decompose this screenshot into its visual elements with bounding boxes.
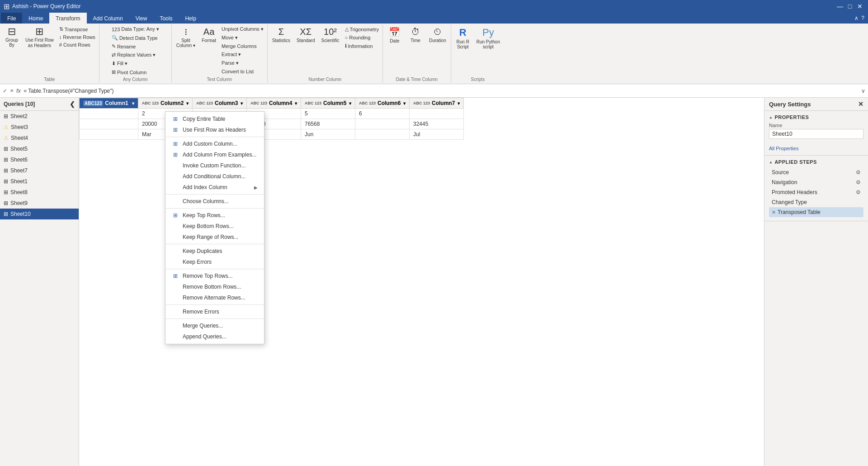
tab-home[interactable]: Home [22,13,49,24]
ctx-add-col-examples[interactable]: ⊞ Add Column From Examples... [165,149,264,160]
unpivot-columns-button[interactable]: Unpivot Columns ▾ [220,25,265,33]
tab-help[interactable]: Help [179,13,203,24]
formula-cancel[interactable]: ✕ [10,88,14,93]
window-controls[interactable]: — □ ✕ [835,2,864,11]
trigonometry-button[interactable]: △ Trigonometry [343,25,381,33]
ctx-remove-alternate-rows[interactable]: Remove Alternate Rows... [165,292,264,303]
detect-data-type-button[interactable]: 🔍 Detect Data Type [110,34,160,42]
col6-filter-icon[interactable]: ▾ [403,101,406,106]
step-promoted-headers[interactable]: Promoted Headers ⚙ [769,187,863,197]
all-properties-link[interactable]: All Properties [769,146,798,151]
col1-filter-icon[interactable]: ▾ [132,101,134,106]
cell-r3c1[interactable] [80,129,138,140]
run-python-button[interactable]: Py Run Pythonscript [474,25,503,51]
duration-button[interactable]: ⏲ Duration [426,25,449,44]
statistics-button[interactable]: Σ Statistics [269,25,293,44]
information-button[interactable]: ℹ Information [343,42,381,50]
count-rows-button[interactable]: # Count Rows [57,41,97,48]
ctx-keep-top-rows[interactable]: ⊞ Keep Top Rows... [165,210,264,221]
move-button[interactable]: Move ▾ [220,34,265,42]
ctx-merge-queries[interactable]: Merge Queries... [165,320,264,331]
sidebar-item-sheet6[interactable]: ⊞ Sheet6 [0,154,79,165]
format-button[interactable]: Aa Format [199,25,219,44]
sidebar-item-sheet9[interactable]: ⊞ Sheet9 [0,198,79,209]
date-button[interactable]: 📅 Date [385,25,405,45]
col-header-5[interactable]: ABC 123 Column5 ▾ [301,98,355,109]
step-source[interactable]: Source ⚙ [769,167,863,177]
sidebar-item-sheet7[interactable]: ⊞ Sheet7 [0,165,79,176]
step-source-gear[interactable]: ⚙ [856,169,861,176]
ctx-add-custom-col[interactable]: ⊞ Add Custom Column... [165,138,264,149]
replace-values-button[interactable]: ⇄ Replace Values ▾ [110,51,157,59]
extract-button[interactable]: Extract ▾ [220,51,265,58]
scientific-button[interactable]: 10² Scientific [319,25,342,44]
sidebar-item-sheet1[interactable]: ⊞ Sheet1 [0,176,79,187]
ctx-add-conditional-col[interactable]: Add Conditional Column... [165,171,264,182]
sidebar-item-sheet3[interactable]: ⚠ Sheet3 [0,122,79,133]
cell-r3c7[interactable]: Jul [410,129,464,140]
convert-to-list-button[interactable]: Convert to List [220,68,265,75]
transpose-button[interactable]: ⇅ Transpose [57,25,97,33]
fill-button[interactable]: ⬇ Fill ▾ [110,60,129,67]
ctx-keep-range-rows[interactable]: Keep Range of Rows... [165,232,264,243]
ctx-remove-errors[interactable]: Remove Errors [165,306,264,317]
cell-r2c6[interactable] [355,119,410,129]
sidebar-item-sheet4[interactable]: ⚠ Sheet4 [0,133,79,143]
standard-button[interactable]: XΣ Standard [294,25,318,44]
cell-r1c5[interactable]: 5 [301,109,355,119]
merge-columns-button[interactable]: Merge Columns [220,43,265,50]
run-r-button[interactable]: R Run RScript [453,25,473,51]
col7-filter-icon[interactable]: ▾ [458,101,460,106]
col4-filter-icon[interactable]: ▾ [295,101,297,106]
cell-r1c7[interactable] [410,109,464,119]
split-column-button[interactable]: ⫶ SplitColumn ▾ [174,25,198,49]
step-delete-icon[interactable]: ✕ [772,209,776,215]
col-header-2[interactable]: ABC 123 Column2 ▾ [138,98,193,109]
cell-r3c5[interactable]: Jun [301,129,355,140]
parse-button[interactable]: Parse ▾ [220,59,265,67]
ctx-use-first-row[interactable]: ⊞ Use First Row as Headers [165,124,264,135]
ctx-choose-cols[interactable]: Choose Columns... [165,196,264,207]
time-button[interactable]: ⏱ Time [406,25,425,44]
ctx-copy-table[interactable]: ⊞ Copy Entire Table [165,114,264,124]
name-property-input[interactable] [769,129,863,139]
cell-r2c7[interactable]: 32445 [410,119,464,129]
pivot-column-button[interactable]: ⊞ Pivot Column [110,68,148,76]
use-first-row-button[interactable]: ⊞ Use First Rowas Headers [23,25,57,50]
sidebar-item-sheet10[interactable]: ⊞ Sheet10 [0,209,79,219]
step-changed-type[interactable]: Changed Type [769,197,863,207]
tab-tools[interactable]: Tools [153,13,179,24]
sidebar-collapse-icon[interactable]: ❮ [70,100,75,108]
col-header-4[interactable]: ABC 123 Column4 ▾ [247,98,301,109]
step-promoted-gear[interactable]: ⚙ [856,189,861,195]
cell-r2c1[interactable] [80,119,138,129]
sidebar-item-sheet8[interactable]: ⊞ Sheet8 [0,187,79,198]
ctx-add-index-col[interactable]: Add Index Column ▶ [165,182,264,193]
reverse-rows-button[interactable]: ↕ Reverse Rows [57,33,97,41]
help-icon[interactable]: ? [861,15,864,21]
col5-filter-icon[interactable]: ▾ [349,101,351,106]
ctx-keep-bottom-rows[interactable]: Keep Bottom Rows... [165,221,264,232]
ctx-remove-top-rows[interactable]: ⊞ Remove Top Rows... [165,271,264,281]
col3-filter-icon[interactable]: ▾ [241,101,243,106]
maximize-button[interactable]: □ [845,2,854,11]
step-transposed-table[interactable]: ✕ Transposed Table [769,207,863,217]
formula-input[interactable] [24,88,859,94]
step-navigation-gear[interactable]: ⚙ [856,179,861,185]
cell-r1c6[interactable]: 6 [355,109,410,119]
col-header-6[interactable]: ABC 123 Column6 ▾ [355,98,410,109]
ctx-invoke-fn[interactable]: Invoke Custom Function... [165,160,264,171]
ctx-remove-bottom-rows[interactable]: Remove Bottom Rows... [165,281,264,292]
rounding-button[interactable]: ○ Rounding [343,34,381,41]
sidebar-item-sheet5[interactable]: ⊞ Sheet5 [0,143,79,154]
ribbon-collapse-button[interactable]: ∧ [854,15,859,21]
ctx-append-queries[interactable]: Append Queries... [165,331,264,342]
ctx-keep-errors[interactable]: Keep Errors [165,257,264,267]
formula-expand-icon[interactable]: ∨ [861,88,865,94]
minimize-button[interactable]: — [835,2,844,11]
rename-button[interactable]: ✎ Rename [110,43,138,50]
tab-view[interactable]: View [129,13,154,24]
col-header-7[interactable]: ABC 123 Column7 ▾ [410,98,464,109]
ctx-keep-duplicates[interactable]: Keep Duplicates [165,246,264,257]
group-by-button[interactable]: ⊟ GroupBy [2,25,22,49]
